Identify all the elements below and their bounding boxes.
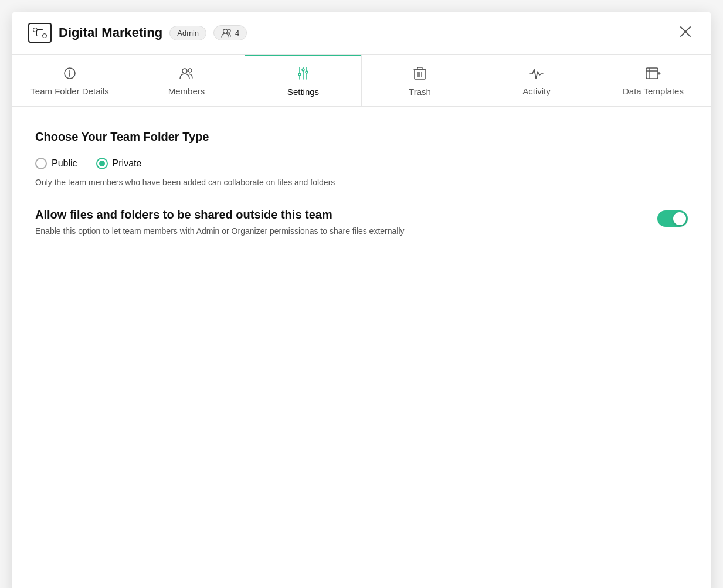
radio-public-option[interactable]: Public bbox=[35, 158, 77, 169]
sharing-title: Allow files and folders to be shared out… bbox=[35, 208, 643, 222]
settings-content: Choose Your Team Folder Type Public Priv… bbox=[12, 107, 711, 259]
trash-icon bbox=[413, 66, 426, 82]
folder-icon bbox=[28, 23, 52, 43]
members-icon bbox=[221, 28, 232, 38]
radio-private-label: Private bbox=[113, 158, 142, 169]
members-badge: 4 bbox=[213, 25, 247, 40]
tab-data-templates[interactable]: Data Templates bbox=[595, 55, 711, 106]
data-templates-icon bbox=[646, 67, 661, 81]
folder-type-title: Choose Your Team Folder Type bbox=[35, 130, 688, 144]
tabs: Team Folder Details Members bbox=[12, 55, 711, 107]
tab-trash[interactable]: Trash bbox=[362, 55, 478, 106]
tab-activity[interactable]: Activity bbox=[478, 55, 595, 106]
sharing-text: Allow files and folders to be shared out… bbox=[35, 208, 643, 236]
activity-icon bbox=[529, 67, 544, 81]
svg-point-6 bbox=[69, 70, 70, 72]
radio-group: Public Private bbox=[35, 158, 688, 169]
sharing-section: Allow files and folders to be shared out… bbox=[35, 208, 688, 236]
admin-badge: Admin bbox=[169, 26, 206, 40]
members-tab-icon bbox=[179, 67, 194, 81]
tab-members-label: Members bbox=[168, 86, 205, 96]
modal-title: Digital Marketing bbox=[59, 25, 162, 40]
svg-point-1 bbox=[228, 29, 230, 32]
sharing-desc: Enable this option to let team members w… bbox=[35, 226, 643, 236]
svg-point-0 bbox=[223, 29, 228, 33]
svg-point-8 bbox=[188, 69, 192, 72]
radio-description: Only the team members who have been adde… bbox=[35, 178, 688, 187]
folder-icon-inner bbox=[36, 29, 43, 36]
tab-data-templates-label: Data Templates bbox=[623, 86, 684, 96]
members-count: 4 bbox=[235, 29, 239, 38]
radio-public-circle bbox=[35, 158, 47, 169]
radio-private-circle bbox=[96, 158, 108, 169]
header-left: Digital Marketing Admin 4 bbox=[28, 23, 676, 43]
modal: Digital Marketing Admin 4 bbox=[12, 12, 711, 588]
folder-type-section: Choose Your Team Folder Type Public Priv… bbox=[35, 130, 688, 187]
tab-settings[interactable]: Settings bbox=[245, 55, 362, 106]
info-icon bbox=[63, 67, 76, 81]
tab-members[interactable]: Members bbox=[128, 55, 245, 106]
close-icon bbox=[678, 25, 693, 39]
tab-activity-label: Activity bbox=[522, 86, 551, 96]
tab-team-folder-details-label: Team Folder Details bbox=[30, 86, 108, 96]
tab-settings-label: Settings bbox=[287, 87, 319, 97]
radio-public-label: Public bbox=[52, 158, 77, 169]
close-button[interactable] bbox=[676, 22, 695, 43]
radio-private-option[interactable]: Private bbox=[96, 158, 142, 169]
svg-point-7 bbox=[182, 69, 187, 73]
settings-icon bbox=[296, 66, 310, 82]
sharing-toggle[interactable] bbox=[657, 210, 688, 227]
tab-trash-label: Trash bbox=[409, 87, 431, 97]
svg-rect-20 bbox=[417, 67, 422, 69]
modal-header: Digital Marketing Admin 4 bbox=[12, 12, 711, 55]
tab-team-folder-details[interactable]: Team Folder Details bbox=[12, 55, 128, 106]
svg-rect-24 bbox=[646, 68, 658, 79]
